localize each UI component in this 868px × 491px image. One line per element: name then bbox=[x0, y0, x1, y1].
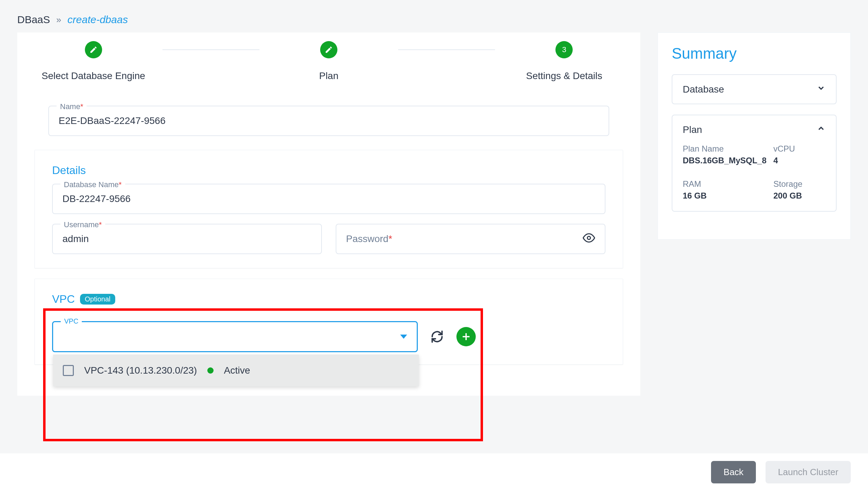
step-3-number: 3 bbox=[555, 41, 573, 58]
footer: Back Launch Cluster bbox=[0, 453, 868, 491]
breadcrumb-leaf[interactable]: create-dbaas bbox=[68, 14, 128, 26]
password-placeholder: Password* bbox=[346, 233, 392, 244]
breadcrumb-root[interactable]: DBaaS bbox=[17, 14, 50, 26]
caret-down-icon bbox=[400, 335, 407, 339]
add-button[interactable] bbox=[456, 327, 476, 346]
status-dot-icon bbox=[207, 367, 214, 374]
summary-title: Summary bbox=[672, 45, 837, 62]
username-field[interactable]: Username* bbox=[52, 224, 322, 254]
refresh-button[interactable] bbox=[428, 328, 446, 346]
step-line bbox=[398, 49, 495, 50]
step-line bbox=[162, 49, 259, 50]
vcpu-label: vCPU bbox=[773, 144, 826, 154]
plan-name-value: DBS.16GB_MySQL_8 bbox=[683, 156, 767, 165]
step-3[interactable]: 3 Settings & Details bbox=[495, 41, 633, 81]
db-name-label: Database Name* bbox=[60, 180, 125, 189]
vpc-option-label: VPC-143 (10.13.230.0/23) bbox=[84, 365, 197, 376]
details-title: Details bbox=[52, 164, 605, 177]
database-acc-label: Database bbox=[683, 84, 724, 95]
storage-value: 200 GB bbox=[773, 191, 826, 201]
vcpu-value: 4 bbox=[773, 156, 826, 165]
storage-label: Storage bbox=[773, 179, 826, 189]
vpc-title: VPC bbox=[52, 293, 75, 306]
vpc-card: VPC Optional VPC VPC-143 (10.13.230 bbox=[34, 279, 623, 365]
vpc-field-label: VPC bbox=[61, 317, 82, 325]
plan-acc-label: Plan bbox=[683, 124, 702, 135]
pencil-icon bbox=[320, 41, 337, 58]
name-label: Name* bbox=[57, 102, 87, 111]
eye-icon[interactable] bbox=[583, 232, 595, 246]
chevron-up-icon bbox=[817, 124, 826, 135]
username-input[interactable] bbox=[62, 233, 312, 244]
name-input[interactable] bbox=[59, 115, 599, 126]
launch-cluster-button[interactable]: Launch Cluster bbox=[766, 461, 851, 483]
step-2[interactable]: Plan bbox=[259, 41, 398, 81]
stepper-card: Select Database Engine Plan 3 Settings &… bbox=[17, 32, 640, 396]
optional-badge: Optional bbox=[80, 294, 116, 305]
details-card: Details Database Name* Username* bbox=[34, 150, 623, 268]
breadcrumb-sep: » bbox=[56, 15, 61, 25]
ram-value: 16 GB bbox=[683, 191, 767, 201]
name-field[interactable]: Name* bbox=[48, 106, 609, 136]
username-label: Username* bbox=[60, 220, 105, 229]
step-1[interactable]: Select Database Engine bbox=[24, 41, 162, 81]
checkbox[interactable] bbox=[63, 365, 74, 376]
breadcrumb: DBaaS » create-dbaas bbox=[0, 0, 868, 32]
summary-card: Summary Database Plan bbox=[658, 32, 851, 240]
step-3-label: Settings & Details bbox=[526, 70, 602, 81]
pencil-icon bbox=[85, 41, 102, 58]
plan-name-label: Plan Name bbox=[683, 144, 767, 154]
svg-point-0 bbox=[588, 237, 591, 240]
step-1-label: Select Database Engine bbox=[41, 70, 145, 81]
database-accordion[interactable]: Database bbox=[672, 74, 837, 104]
ram-label: RAM bbox=[683, 179, 767, 189]
vpc-option-status: Active bbox=[224, 365, 250, 376]
password-field[interactable]: Password* bbox=[336, 224, 605, 254]
vpc-dropdown-panel: VPC-143 (10.13.230.0/23) Active bbox=[53, 355, 419, 386]
vpc-select[interactable]: VPC VPC-143 (10.13.230.0/23) Active bbox=[52, 321, 418, 352]
chevron-down-icon bbox=[817, 84, 826, 95]
step-2-label: Plan bbox=[319, 70, 338, 81]
plan-accordion[interactable]: Plan Plan Name vCPU DBS.16GB_MySQL_8 4 bbox=[672, 115, 837, 212]
db-name-field[interactable]: Database Name* bbox=[52, 184, 605, 214]
back-button[interactable]: Back bbox=[711, 461, 756, 483]
db-name-input[interactable] bbox=[62, 193, 595, 204]
vpc-option[interactable]: VPC-143 (10.13.230.0/23) Active bbox=[53, 355, 419, 386]
